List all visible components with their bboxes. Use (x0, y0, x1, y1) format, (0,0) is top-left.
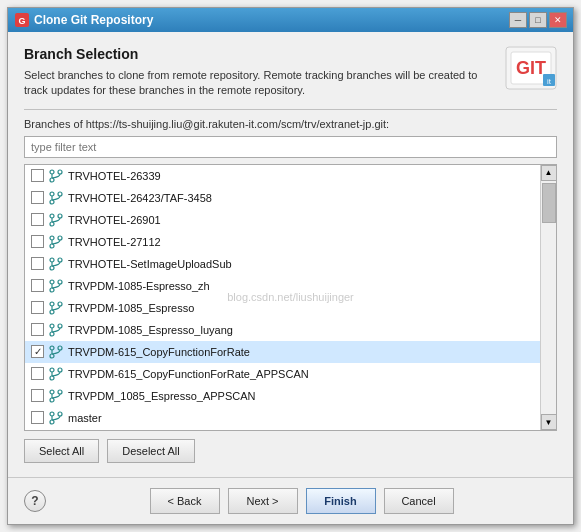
window-controls: ─ □ ✕ (509, 12, 567, 28)
branch-checkbox[interactable]: ✓ (31, 345, 44, 358)
branch-name: TRVPDM-1085_Espresso_luyang (68, 324, 233, 336)
next-button[interactable]: Next > (228, 488, 298, 514)
minimize-button[interactable]: ─ (509, 12, 527, 28)
svg-point-29 (50, 288, 54, 292)
branch-name: TRVPDM-1085_Espresso (68, 302, 194, 314)
branch-checkbox[interactable] (31, 389, 44, 402)
svg-point-47 (50, 390, 54, 394)
branch-checkbox[interactable] (31, 169, 44, 182)
branch-name: TRVHOTEL-26423/TAF-3458 (68, 192, 212, 204)
svg-point-21 (50, 244, 54, 248)
branch-list: TRVHOTEL-26339 TRVHOTEL-26423/TAF-3458 T… (25, 165, 540, 430)
svg-point-35 (50, 324, 54, 328)
svg-point-32 (58, 302, 62, 306)
scrollbar[interactable]: ▲ ▼ (540, 165, 556, 430)
svg-point-11 (50, 192, 54, 196)
list-item[interactable]: TRVHOTEL-26339 (25, 165, 540, 187)
footer: ? < Back Next > Finish Cancel (8, 477, 573, 524)
svg-point-36 (58, 324, 62, 328)
svg-point-52 (58, 412, 62, 416)
branch-checkbox[interactable] (31, 411, 44, 424)
branch-checkbox[interactable] (31, 367, 44, 380)
branch-checkbox[interactable] (31, 191, 44, 204)
deselect-all-button[interactable]: Deselect All (107, 439, 194, 463)
list-item[interactable]: TRVHOTEL-27112 (25, 231, 540, 253)
list-item[interactable]: ✓ TRVPDM-615_CopyFunctionForRate (25, 341, 540, 363)
branch-list-container: TRVHOTEL-26339 TRVHOTEL-26423/TAF-3458 T… (24, 164, 557, 431)
cancel-button[interactable]: Cancel (384, 488, 454, 514)
list-item[interactable]: TRVPDM-1085-Espresso_zh (25, 275, 540, 297)
svg-point-48 (58, 390, 62, 394)
svg-point-37 (50, 332, 54, 336)
branch-icon (48, 168, 64, 184)
branch-icon (48, 278, 64, 294)
branch-icon (48, 366, 64, 382)
branch-checkbox[interactable] (31, 323, 44, 336)
action-row: Select All Deselect All (24, 439, 557, 463)
svg-point-12 (58, 192, 62, 196)
list-item[interactable]: TRVPDM_1085_Espresso_APPSCAN (25, 385, 540, 407)
svg-point-15 (50, 214, 54, 218)
scroll-up-button[interactable]: ▲ (541, 165, 557, 181)
scroll-down-button[interactable]: ▼ (541, 414, 557, 430)
svg-point-45 (50, 376, 54, 380)
title-bar: G Clone Git Repository ─ □ ✕ (8, 8, 573, 32)
branch-icon (48, 322, 64, 338)
branch-name: TRVHOTEL-26339 (68, 170, 161, 182)
svg-point-8 (58, 170, 62, 174)
git-logo: GIT it (505, 46, 557, 90)
svg-point-41 (50, 354, 54, 358)
list-item[interactable]: TRVPDM-615_CopyFunctionForRate_APPSCAN (25, 363, 540, 385)
list-item[interactable]: TRVPDM-1085_Espresso_luyang (25, 319, 540, 341)
svg-point-43 (50, 368, 54, 372)
svg-point-39 (50, 346, 54, 350)
back-button[interactable]: < Back (150, 488, 220, 514)
branch-checkbox[interactable] (31, 279, 44, 292)
list-item[interactable]: TRVPDM-1085_Espresso (25, 297, 540, 319)
branch-checkbox[interactable] (31, 235, 44, 248)
branch-checkbox[interactable] (31, 257, 44, 270)
branch-icon (48, 388, 64, 404)
list-item[interactable]: TRVHOTEL-SetImageUploadSub (25, 253, 540, 275)
branch-name: TRVPDM_1085_Espresso_APPSCAN (68, 390, 256, 402)
filter-input[interactable] (24, 136, 557, 158)
branch-name: TRVHOTEL-SetImageUploadSub (68, 258, 232, 270)
svg-point-28 (58, 280, 62, 284)
svg-point-17 (50, 222, 54, 226)
branch-name: TRVPDM-1085-Espresso_zh (68, 280, 210, 292)
svg-point-23 (50, 258, 54, 262)
svg-point-27 (50, 280, 54, 284)
svg-point-49 (50, 398, 54, 402)
svg-point-16 (58, 214, 62, 218)
help-button[interactable]: ? (24, 490, 46, 512)
scroll-thumb[interactable] (542, 183, 556, 223)
branch-icon (48, 190, 64, 206)
svg-point-33 (50, 310, 54, 314)
branch-name: TRVPDM-615_CopyFunctionForRate_APPSCAN (68, 368, 309, 380)
svg-point-31 (50, 302, 54, 306)
navigation-buttons: < Back Next > Finish Cancel (46, 488, 557, 514)
svg-point-44 (58, 368, 62, 372)
svg-point-19 (50, 236, 54, 240)
list-item[interactable]: TRVHOTEL-26901 (25, 209, 540, 231)
svg-point-7 (50, 170, 54, 174)
finish-button[interactable]: Finish (306, 488, 376, 514)
select-all-button[interactable]: Select All (24, 439, 99, 463)
branch-checkbox[interactable] (31, 301, 44, 314)
maximize-button[interactable]: □ (529, 12, 547, 28)
branches-label: Branches of https://ts-shuijing.liu@git.… (24, 118, 557, 130)
list-item[interactable]: master (25, 407, 540, 429)
svg-point-24 (58, 258, 62, 262)
branch-name: TRVHOTEL-27112 (68, 236, 161, 248)
branch-name: TRVHOTEL-26901 (68, 214, 161, 226)
list-item[interactable]: TRVHOTEL-26423/TAF-3458 (25, 187, 540, 209)
branch-list-wrapper: TRVHOTEL-26339 TRVHOTEL-26423/TAF-3458 T… (25, 165, 556, 430)
close-button[interactable]: ✕ (549, 12, 567, 28)
branch-icon (48, 344, 64, 360)
branch-checkbox[interactable] (31, 213, 44, 226)
svg-point-53 (50, 420, 54, 424)
svg-text:G: G (18, 16, 25, 26)
branch-icon (48, 212, 64, 228)
svg-point-25 (50, 266, 54, 270)
svg-text:GIT: GIT (516, 58, 546, 78)
